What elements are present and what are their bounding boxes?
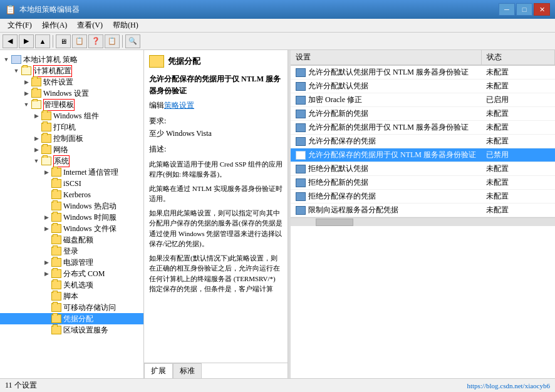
horizontal-scrollbar[interactable]: [291, 217, 555, 226]
table-row[interactable]: 加密 Oracle 修正已启用: [291, 93, 555, 107]
up-button[interactable]: ▲: [35, 34, 50, 48]
table-row[interactable]: 允许分配新的凭据用于仅 NTLM 服务器身份验证未配置: [291, 121, 555, 135]
minimize-button[interactable]: ─: [499, 3, 515, 16]
menu-help[interactable]: 帮助(H): [108, 19, 143, 32]
tree-item-winfile[interactable]: ▶ Windows 文件保: [0, 223, 143, 234]
requirement-label: 要求:: [149, 116, 166, 125]
policy-settings-link[interactable]: 策略设置: [164, 101, 194, 110]
diskquota-label: 磁盘配额: [63, 235, 93, 245]
locale-folder: [51, 326, 61, 334]
network-expand: ▶: [31, 145, 41, 155]
kerb-label: Kerberos: [63, 190, 91, 200]
main-container: ▼ 本地计算机 策略 ▼ 计算机配置 ▶ 软件设置 ▶ Windows 设置: [0, 50, 555, 378]
tree-root-item[interactable]: ▼ 本地计算机 策略: [0, 54, 143, 65]
tree-item-kerberos[interactable]: ▶ Kerberos: [0, 189, 143, 200]
software-label: 软件设置: [43, 77, 73, 88]
iscsi-label: iSCSI: [63, 179, 81, 188]
tree-item-windows-settings[interactable]: ▶ Windows 设置: [0, 88, 143, 99]
tree-item-computer-config[interactable]: ▼ 计算机配置: [0, 65, 143, 76]
tree-item-credentials[interactable]: ▶ 凭据分配: [0, 313, 143, 324]
tab-standard[interactable]: 标准: [173, 363, 202, 378]
tree-item-removable[interactable]: ▶ 可移动存储访问: [0, 302, 143, 313]
iscsi-folder: [51, 179, 61, 188]
computer-config-label: 计算机配置: [33, 65, 72, 77]
tree-item-scripts[interactable]: ▶ 脚本: [0, 291, 143, 302]
dcom-label: 分布式 COM: [63, 269, 105, 279]
tree-item-admin-templates[interactable]: ▼ 管理模板: [0, 99, 143, 110]
policy-status: 已启用: [481, 93, 555, 107]
menu-view[interactable]: 查看(V): [72, 19, 108, 32]
win-settings-folder: [31, 89, 41, 98]
section-header: 凭据分配: [149, 55, 283, 68]
tree-item-control-panel[interactable]: ▶ 控制面板: [0, 133, 143, 144]
table-row[interactable]: 允许分配默认凭据未配置: [291, 80, 555, 93]
show-hide-button[interactable]: 🖥: [56, 34, 71, 48]
locale-label: 区域设置服务: [63, 325, 108, 336]
hscroll-thumb[interactable]: [316, 219, 353, 226]
ctrl-expand: ▶: [31, 133, 41, 143]
policy-table: 设置 状态 允许分配默认凭据用于仅 NTLM 服务器身份验证未配置允许分配默认凭…: [291, 50, 555, 217]
middle-panel: 凭据分配 允许分配保存的凭据用于仅 NTLM 服务器身份验证 编辑策略设置 要求…: [144, 50, 288, 378]
table-row[interactable]: 拒绝分配默认凭据未配置: [291, 162, 555, 176]
table-row[interactable]: 拒绝分配保存的凭据未配置: [291, 190, 555, 204]
tree-item-locale[interactable]: ▶ 区域设置服务: [0, 324, 143, 336]
toolbar: ◀ ▶ ▲ 🖥 📋 ❓ 📋 🔍: [0, 33, 555, 50]
table-row[interactable]: 允许分配保存的凭据用于仅 NTLM 服务器身份验证已禁用: [291, 148, 555, 162]
tree-item-shutdown[interactable]: ▶ 关机选项: [0, 279, 143, 291]
tree-item-iscsi[interactable]: ▶ iSCSI: [0, 178, 143, 189]
export-button[interactable]: 📋: [105, 34, 120, 48]
wintime-label: Windows 时间服: [63, 212, 117, 223]
tree-item-internet-comm[interactable]: ▶ Internet 通信管理: [0, 167, 143, 178]
back-button[interactable]: ◀: [3, 34, 18, 48]
table-row[interactable]: 允许分配保存的凭据未配置: [291, 135, 555, 148]
policy-icon: [296, 137, 306, 146]
scripts-label: 脚本: [63, 291, 78, 302]
policy-icon: [296, 178, 306, 187]
inet-comm-folder: [51, 168, 61, 177]
tree-item-dcom[interactable]: ▶ 分布式 COM: [0, 268, 143, 279]
win-comp-folder: [41, 111, 51, 120]
table-row[interactable]: 限制向远程服务器分配凭据未配置: [291, 204, 555, 217]
table-row[interactable]: 允许分配新的凭据未配置: [291, 107, 555, 121]
tab-extended[interactable]: 扩展: [144, 363, 173, 378]
tree-item-software[interactable]: ▶ 软件设置: [0, 76, 143, 88]
policy-icon: [296, 110, 306, 118]
removable-folder: [51, 303, 61, 312]
hotstart-folder: [51, 202, 61, 210]
properties-button[interactable]: 📋: [72, 34, 87, 48]
status-url: https://blog.csdn.net/xiaocyb6: [467, 382, 550, 389]
menu-file[interactable]: 文件(F): [3, 19, 37, 32]
left-panel: ▼ 本地计算机 策略 ▼ 计算机配置 ▶ 软件设置 ▶ Windows 设置: [0, 50, 144, 378]
tree-item-system[interactable]: ▼ 系统: [0, 155, 143, 167]
title-bar-icon: 📋: [5, 4, 16, 15]
software-expand: ▶: [21, 77, 31, 87]
menu-action[interactable]: 操作(A): [37, 19, 73, 32]
filter-button[interactable]: 🔍: [125, 34, 140, 48]
tree-item-hotstart[interactable]: ▶ Windows 热启动: [0, 200, 143, 212]
tree-item-wintime[interactable]: ▶ Windows 时间服: [0, 212, 143, 223]
scripts-folder: [51, 292, 61, 301]
computer-config-folder: [21, 66, 31, 75]
policy-label: 允许分配默认凭据: [308, 81, 368, 91]
table-row[interactable]: 拒绝分配新的凭据未配置: [291, 176, 555, 190]
policy-icon: [296, 123, 306, 132]
admin-folder: [31, 100, 41, 109]
tab-bar: 扩展 标准: [144, 363, 288, 378]
tree-item-network[interactable]: ▶ 网络: [0, 144, 143, 155]
tree-item-login[interactable]: ▶ 登录: [0, 245, 143, 257]
help-button[interactable]: ❓: [88, 34, 103, 48]
policy-icon: [296, 96, 306, 105]
tree-item-win-components[interactable]: ▶ Windows 组件: [0, 110, 143, 121]
section-folder-icon: [149, 55, 164, 68]
close-button[interactable]: ✕: [534, 3, 550, 16]
forward-button[interactable]: ▶: [19, 34, 34, 48]
system-expand: ▼: [31, 156, 41, 166]
tree-item-diskquota[interactable]: ▶ 磁盘配额: [0, 234, 143, 245]
policy-label: 加密 Oracle 修正: [308, 95, 362, 105]
computer-config-expand: ▼: [11, 66, 21, 76]
shutdown-label: 关机选项: [63, 280, 93, 291]
tree-item-printer[interactable]: ▶ 打印机: [0, 121, 143, 133]
maximize-button[interactable]: □: [516, 3, 532, 16]
tree-item-power[interactable]: ▶ 电源管理: [0, 257, 143, 268]
table-row[interactable]: 允许分配默认凭据用于仅 NTLM 服务器身份验证未配置: [291, 65, 555, 80]
